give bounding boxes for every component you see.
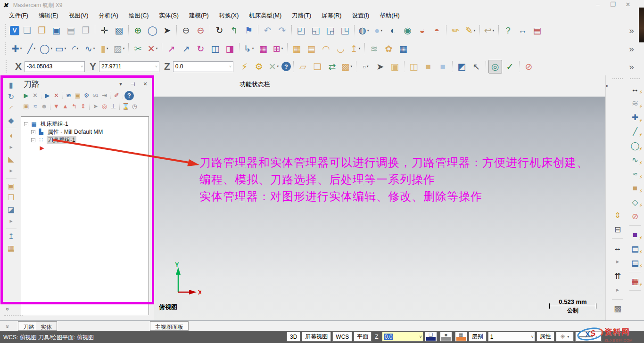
tree-node-machine-group[interactable]: −▦机床群组-1 [24,120,149,128]
shaded-edges-icon[interactable]: ◐ [386,24,400,37]
menu-toolpaths[interactable]: 刀路(T) [287,11,316,21]
display-options-icon[interactable]: ⊥ [109,102,118,111]
dim-horizontal-icon[interactable]: ↔ [611,242,624,254]
interrupt-icon[interactable]: ⊘ [522,60,536,74]
menu-settings[interactable]: 设置(I) [347,11,374,21]
chevron-down-icon[interactable]: ˅ [229,65,231,69]
unzoom-icon[interactable]: ⊖ [179,24,193,37]
regen-failed-icon[interactable]: ✕ [52,91,61,100]
zoom-in-window-icon[interactable]: ⊕ [131,24,145,37]
ghost-toolpath-icon[interactable]: ☻ [40,102,49,111]
gview-front-icon[interactable]: ◱ [309,24,322,37]
chevron-down-icon[interactable]: ▾ [107,47,108,50]
qm-surface2-icon[interactable]: ≈⚡ [628,168,642,180]
backside-display-icon[interactable]: ◒ [415,24,429,37]
stretch-icon[interactable]: ⊞▾ [271,42,285,56]
insert-into-icon[interactable]: ↰ [70,102,79,111]
autocursor-power-icon[interactable]: ⚡ [238,60,251,74]
menu-create[interactable]: 绘图(C) [124,11,154,21]
delete-duplicates-icon[interactable]: ✎▾ [463,24,477,37]
qm-line-icon[interactable]: ╱⚡ [628,125,642,138]
mastercam-v-icon[interactable]: V [10,26,19,35]
print-icon[interactable]: ▤ [64,24,78,37]
select-solids-ok-icon[interactable]: ▣ [388,60,402,74]
operations-tree[interactable]: −▦机床群组-1+▙属性 - Mill Default MM−∷刀具群组-1▶ [21,116,149,315]
restore-button[interactable]: ❐ [609,1,617,8]
autocursor-settings-icon[interactable]: ⚙ [252,60,266,74]
solid-primitives-icon[interactable]: ▦ [5,243,17,253]
collapse-chevron-icon[interactable]: » [4,325,11,327]
qm-group-icon[interactable]: ▤⚡ [628,257,642,269]
xform-mirror-icon[interactable]: ◫ [208,42,222,56]
menu-edit[interactable]: 编辑(E) [33,11,64,21]
gview-top-icon[interactable]: ◰ [294,24,308,37]
solid-chamfer-flyout-icon[interactable]: ▶ [5,165,17,176]
select-solid-edge-icon[interactable]: ◩ [455,60,469,74]
solid-fillet-icon[interactable]: ◖ [5,130,17,141]
hatch-icon[interactable]: ▩ [611,302,624,315]
expand-arrow-icon[interactable]: ▶ [606,84,609,87]
solid-sweep-icon[interactable]: ◜ [5,103,17,114]
qm-clear-icon[interactable]: ⊘ [628,210,642,222]
menu-file[interactable]: 文件(F) [4,11,33,21]
select-inside-icon[interactable]: ▱ [296,60,310,74]
xform-dynamic-icon[interactable]: ↻ [194,42,207,56]
delete-entity-icon[interactable]: ✏ [449,24,462,37]
xform-translate-icon[interactable]: ↗ [165,42,178,56]
select-swap-icon[interactable]: ⇄ [325,60,339,74]
qm-arc-icon[interactable]: ◯⚡ [628,139,642,152]
menu-machine-type[interactable]: 机床类型(M) [244,11,287,21]
zoom-target-icon[interactable]: ➤ [160,24,174,37]
chevron-down-icon[interactable]: ▾ [359,47,361,50]
help-icon[interactable]: ? [281,62,291,71]
panel-menu-icon[interactable]: ▾ [117,81,124,87]
menu-xform[interactable]: 转换(X) [214,11,244,21]
materials-display-icon[interactable]: ◉ [401,24,414,37]
qm-level-icon[interactable]: ▤⚡ [628,243,642,255]
collapse-chevron-icon[interactable]: » [4,308,11,310]
menu-model[interactable]: 建模(P) [184,11,214,21]
z-depth-input[interactable]: 0.0 ˅ [382,332,423,342]
chevron-down-icon[interactable]: ˅ [155,65,157,69]
create-rectangle-icon[interactable]: ▭▾ [54,42,67,56]
chevron-down-icon[interactable]: ▾ [252,47,254,50]
solid-boolean-icon[interactable]: ❒ [5,192,17,203]
select-cursor-icon[interactable]: ➤ [373,60,387,74]
chevron-down-icon[interactable]: ˅ [419,335,421,339]
repaint-icon[interactable]: ▧ [112,24,126,37]
dim-vertical-flyout-icon[interactable]: ▶ [611,284,624,296]
toolbar-grip[interactable] [5,42,7,55]
trim-divide-icon[interactable]: ✕▾ [146,42,159,56]
level-input[interactable]: 1 ˅ [488,332,535,342]
undelete-icon[interactable]: ↩▾ [482,24,496,37]
wireframe-display-icon[interactable]: ◍▾ [357,24,371,37]
solid-extrude-icon[interactable]: ▮ [5,80,17,90]
chevron-down-icon[interactable]: ˅ [81,65,83,69]
create-line-icon[interactable]: ╱▾ [25,42,38,56]
tree-expander-icon[interactable]: + [31,130,35,134]
chevron-down-icon[interactable]: ▾ [156,47,158,50]
highfeed-icon[interactable]: ✐ [112,91,121,100]
chevron-down-icon[interactable]: ▾ [33,47,35,50]
update-clock-icon[interactable]: ◷ [130,102,139,111]
chevron-down-icon[interactable]: ▾ [380,29,382,33]
tree-node-properties[interactable]: +▙属性 - Mill Default MM [31,128,149,136]
select-solid-face-icon[interactable]: ◫ [407,60,421,74]
regen-selected-icon[interactable]: ▶ [43,91,52,100]
toolbar-grip[interactable] [6,60,8,73]
close-button[interactable]: ✕ [624,1,632,8]
dim-vertical-icon[interactable]: ⇈ [611,270,624,282]
block-model-icon[interactable]: ▦ [396,42,410,56]
tree-insert-marker[interactable]: ▶ [38,144,149,152]
autocursor-off-icon[interactable]: ✕▾ [267,60,281,74]
solid-chamfer-icon[interactable]: ◣ [5,154,17,164]
create-point-icon[interactable]: ✚▾ [10,42,24,56]
trim-break-icon[interactable]: ✂ [131,42,145,56]
qm-result-icon[interactable]: ▦⚡ [628,275,642,287]
new-file-icon[interactable]: ❏ [20,24,34,37]
menu-analyze[interactable]: 分析(A) [93,11,124,21]
solid-trim-flyout-icon[interactable]: ▶ [5,216,17,227]
surface-ruled-icon[interactable]: ▤ [305,42,318,56]
create-cylinder-icon[interactable]: ▮▾ [98,42,111,56]
x-coordinate-input[interactable]: ˅ [25,61,85,72]
